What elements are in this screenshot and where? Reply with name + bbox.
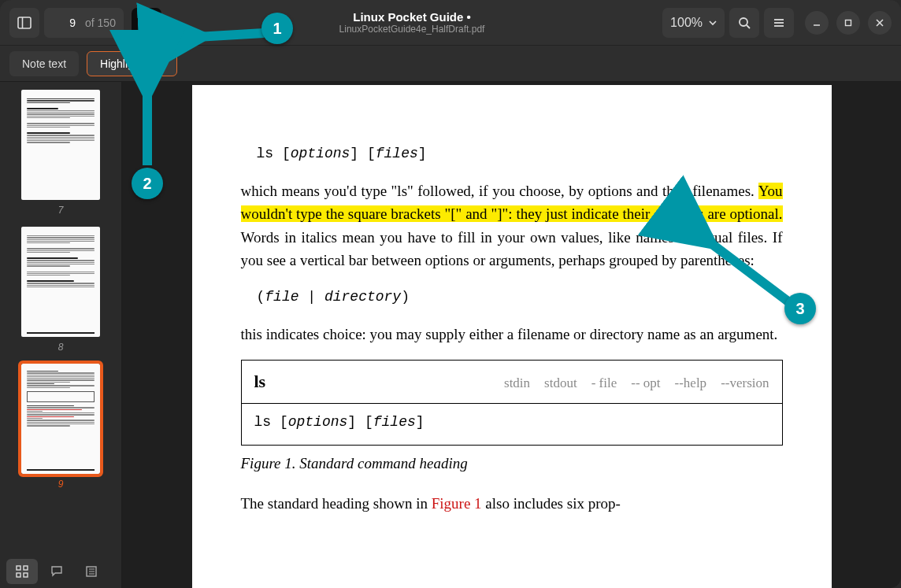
thumbnails-view-button[interactable] — [6, 559, 38, 584]
figure-link[interactable]: Figure 1 — [432, 495, 482, 512]
chat-icon — [50, 565, 63, 578]
svg-rect-14 — [17, 573, 20, 577]
close-icon — [875, 18, 884, 28]
annotations-view-button[interactable] — [41, 559, 72, 584]
chevron-down-icon — [709, 19, 717, 27]
thumbnail-item[interactable]: 9 — [0, 364, 121, 490]
callout-badge-1: 1 — [261, 13, 293, 44]
thumbnail-sidebar: 7 8 — [0, 82, 122, 588]
page-total-label: of 150 — [80, 17, 116, 29]
zoom-menu[interactable]: 100% — [662, 8, 725, 38]
svg-line-20 — [195, 33, 264, 37]
hamburger-menu-button[interactable] — [764, 8, 794, 38]
paragraph-3: The standard heading shown in Figure 1 a… — [241, 492, 783, 515]
thumbnail-number: 8 — [58, 342, 64, 353]
thumbnail-item[interactable]: 8 — [0, 227, 121, 353]
minimize-button[interactable] — [805, 11, 829, 35]
sidebar-toggle-button[interactable] — [9, 8, 39, 38]
callout-badge-2: 2 — [132, 168, 163, 199]
outline-view-button[interactable] — [76, 559, 107, 584]
figure-caption: Figure 1. Standard command heading — [241, 452, 783, 475]
annotate-button[interactable] — [132, 8, 161, 38]
command-name: ls — [254, 368, 266, 395]
minimize-icon — [812, 18, 821, 28]
page-number-group: of 150 — [44, 8, 124, 38]
svg-line-4 — [747, 25, 750, 28]
grid-icon — [16, 565, 28, 578]
pdf-page[interactable]: ls [options] [files] which means you'd t… — [192, 85, 832, 588]
thumbnail-item[interactable]: 7 — [0, 90, 121, 216]
highlight-text-button[interactable]: Highlight text — [87, 51, 177, 76]
search-icon — [737, 16, 751, 30]
note-text-button[interactable]: Note text — [9, 51, 79, 76]
search-button[interactable] — [729, 8, 759, 38]
zoom-value: 100% — [670, 16, 703, 30]
thumbnail-number: 7 — [58, 205, 64, 216]
window-controls — [805, 11, 892, 35]
svg-point-3 — [740, 18, 747, 26]
annotation-toolbar: Note text Highlight text — [0, 46, 901, 82]
svg-rect-0 — [18, 17, 31, 28]
svg-rect-13 — [24, 566, 28, 570]
outline-icon — [85, 565, 98, 578]
document-viewport[interactable]: ls [options] [files] which means you'd t… — [122, 82, 901, 588]
maximize-button[interactable] — [836, 11, 860, 35]
thumbnail-number: 9 — [58, 479, 64, 490]
thumbnail-list[interactable]: 7 8 — [0, 82, 121, 555]
sidebar-view-buttons — [0, 555, 121, 588]
svg-rect-9 — [846, 20, 851, 25]
close-button[interactable] — [868, 11, 892, 35]
code-line-1: ls [options] [files] — [257, 143, 783, 165]
page-number-input[interactable] — [44, 8, 80, 38]
svg-rect-12 — [17, 566, 20, 570]
maximize-icon — [844, 18, 853, 28]
svg-line-22 — [706, 239, 792, 305]
callout-badge-3: 3 — [784, 293, 816, 324]
svg-rect-15 — [24, 573, 28, 577]
paragraph-2: this indicates choice: you may supply ei… — [241, 323, 783, 346]
hamburger-icon — [772, 16, 786, 30]
top-toolbar: of 150 Linux Pocket Guide • LinuxPocketG… — [0, 0, 901, 46]
command-box: ls stdin stdout - file -- opt --help --v… — [241, 360, 783, 446]
